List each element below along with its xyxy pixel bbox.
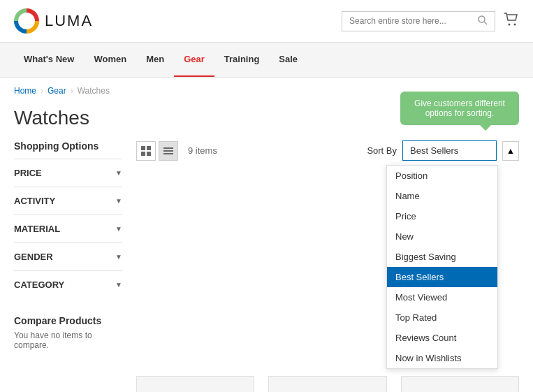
logo-text: LUMA xyxy=(45,12,93,30)
filter-activity-label: ACTIVITY xyxy=(14,196,55,206)
search-input[interactable] xyxy=(349,16,478,26)
compare-text: You have no items to compare. xyxy=(14,331,122,350)
sort-dropdown-open[interactable]: Position Name Price New Biggest Saving B… xyxy=(386,165,498,369)
filter-price-chevron: ▼ xyxy=(115,169,122,177)
filter-gender-label: GENDER xyxy=(14,252,53,262)
breadcrumb-sep-1: › xyxy=(41,86,43,96)
filter-price: PRICE ▼ xyxy=(14,159,122,187)
sort-option-position[interactable]: Position xyxy=(387,166,497,186)
filter-material-header[interactable]: MATERIAL ▼ xyxy=(14,215,122,242)
filter-price-label: PRICE xyxy=(14,168,42,178)
breadcrumb-sep-2: › xyxy=(71,86,73,96)
breadcrumb-current: Watches xyxy=(78,86,110,96)
sidebar: Shopping Options PRICE ▼ ACTIVITY ▼ MATE… xyxy=(14,140,122,392)
sort-option-name[interactable]: Name xyxy=(387,186,497,206)
nav-item-men[interactable]: Men xyxy=(136,43,174,77)
sort-option-most-viewed[interactable]: Most Viewed xyxy=(387,287,497,307)
filter-category: CATEGORY ▼ xyxy=(14,270,122,298)
filter-material-label: MATERIAL xyxy=(14,224,60,234)
shopping-options-title: Shopping Options xyxy=(14,140,122,152)
sort-select-wrap: Position Name Price New Biggest Saving B… xyxy=(402,140,497,161)
search-button[interactable] xyxy=(478,15,488,27)
filter-gender-chevron: ▼ xyxy=(115,253,122,261)
sort-option-best-sellers[interactable]: Best Sellers xyxy=(387,267,497,287)
content: 9 items Give customers different options… xyxy=(136,140,519,392)
filter-material-chevron: ▼ xyxy=(115,225,122,233)
nav-item-gear[interactable]: Gear xyxy=(174,43,214,77)
sort-option-biggest-saving[interactable]: Biggest Saving xyxy=(387,247,497,267)
sort-direction-button[interactable]: ▲ xyxy=(502,141,519,161)
nav-item-whats-new[interactable]: What's New xyxy=(14,43,84,77)
filter-activity-header[interactable]: ACTIVITY ▼ xyxy=(14,187,122,215)
sort-select[interactable]: Position Name Price New Biggest Saving B… xyxy=(402,140,497,161)
breadcrumb-gear[interactable]: Gear xyxy=(48,86,66,96)
grid-view-button[interactable] xyxy=(136,141,156,161)
product-image-didi[interactable]: 49 xyxy=(136,376,254,392)
logo-icon xyxy=(14,8,39,34)
filter-activity-chevron: ▼ xyxy=(115,197,122,205)
product-card-didi: 49 Didi Sport Watch ★ ★ ★ ★ ★ 2 reviews xyxy=(136,376,254,392)
sort-option-now-in-wishlists[interactable]: Now in Wishlists xyxy=(387,348,497,368)
sort-label: Sort By xyxy=(367,145,397,156)
product-image-bolo[interactable] xyxy=(268,376,386,392)
view-switcher xyxy=(136,141,178,161)
list-icon xyxy=(163,147,173,154)
svg-point-3 xyxy=(514,23,516,25)
filter-category-chevron: ▼ xyxy=(115,281,122,289)
filter-material: MATERIAL ▼ xyxy=(14,215,122,242)
nav-item-training[interactable]: Training xyxy=(214,43,270,77)
grid-icon xyxy=(141,146,151,156)
nav-item-sale[interactable]: Sale xyxy=(269,43,307,77)
sort-tooltip: Give customers different options for sor… xyxy=(400,92,519,125)
toolbar: 9 items Give customers different options… xyxy=(136,140,519,161)
filter-category-header[interactable]: CATEGORY ▼ xyxy=(14,271,122,298)
header: LUMA xyxy=(0,0,533,43)
filter-price-header[interactable]: PRICE ▼ xyxy=(14,159,122,187)
item-count: 9 items xyxy=(188,145,217,156)
list-view-button[interactable] xyxy=(159,141,178,161)
product-card-bolo: Bolo Sport Watch ★ ★ ★ ★ ★ 3 reviews xyxy=(268,376,386,392)
filter-gender: GENDER ▼ xyxy=(14,242,122,270)
svg-point-0 xyxy=(479,16,485,22)
filter-gender-header[interactable]: GENDER ▼ xyxy=(14,243,122,270)
product-card-dash: 12:34 MON 21 Dash Digital Watch ★ ★ ★ ★ … xyxy=(401,376,519,392)
search-box xyxy=(342,11,495,31)
product-grid: 49 Didi Sport Watch ★ ★ ★ ★ ★ 2 reviews xyxy=(136,376,519,392)
svg-point-2 xyxy=(509,23,511,25)
filter-category-label: CATEGORY xyxy=(14,280,64,290)
nav: What's New Women Men Gear Training Sale xyxy=(0,43,533,78)
breadcrumb-home[interactable]: Home xyxy=(14,86,36,96)
cart-icon[interactable] xyxy=(504,13,519,30)
filter-activity: ACTIVITY ▼ xyxy=(14,187,122,215)
sort-option-reviews-count[interactable]: Reviews Count xyxy=(387,328,497,348)
header-right xyxy=(342,11,519,31)
compare-section: Compare Products You have no items to co… xyxy=(14,315,122,350)
compare-title: Compare Products xyxy=(14,315,122,326)
sort-option-top-rated[interactable]: Top Rated xyxy=(387,307,497,328)
sort-option-new[interactable]: New xyxy=(387,226,497,247)
nav-item-women[interactable]: Women xyxy=(84,43,136,77)
sort-area: Give customers different options for sor… xyxy=(367,140,519,161)
product-image-dash[interactable]: 12:34 MON 21 xyxy=(401,376,519,392)
search-icon xyxy=(478,15,488,25)
svg-line-1 xyxy=(484,22,487,24)
main-layout: Shopping Options PRICE ▼ ACTIVITY ▼ MATE… xyxy=(0,140,533,392)
logo: LUMA xyxy=(14,8,93,34)
sort-option-price[interactable]: Price xyxy=(387,206,497,226)
